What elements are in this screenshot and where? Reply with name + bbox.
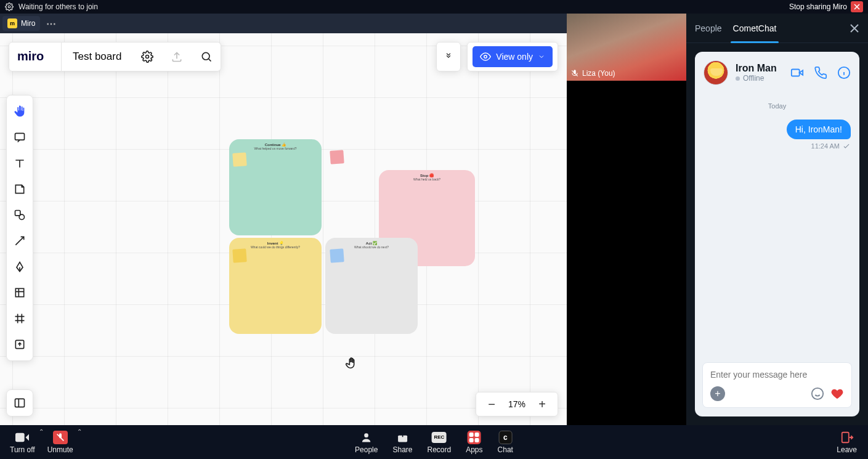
info-button[interactable] xyxy=(837,66,851,79)
record-button[interactable]: REC Record xyxy=(428,431,452,454)
zoom-in-button[interactable]: + xyxy=(537,399,548,410)
message-outgoing: Hi, IronMan! 11:24 AM xyxy=(704,120,851,150)
stop-sharing-link[interactable]: Stop sharing Miro xyxy=(789,2,847,11)
sticky-gray[interactable]: Act ✅ What should we do next? xyxy=(325,238,418,334)
video-call-button[interactable] xyxy=(790,66,804,79)
camera-toggle-button[interactable]: Turn off ⌃ xyxy=(10,431,35,454)
text-tool[interactable] xyxy=(7,151,32,176)
tab-miro[interactable]: m Miro xyxy=(2,16,40,31)
apps-button[interactable]: Apps xyxy=(466,431,482,454)
pen-tool[interactable] xyxy=(7,254,32,279)
tab-cometchat[interactable]: CometChat xyxy=(733,14,777,43)
upload-tool[interactable] xyxy=(7,332,32,357)
camera-icon xyxy=(15,431,30,444)
hand-cursor-icon xyxy=(345,356,359,370)
message-bubble[interactable]: Hi, IronMan! xyxy=(787,120,851,139)
people-icon xyxy=(359,431,374,444)
zoom-level-label[interactable]: 17% xyxy=(508,399,525,409)
board-name[interactable]: Test board xyxy=(62,42,132,71)
settings-button[interactable] xyxy=(132,42,162,71)
tool-palette xyxy=(6,95,33,361)
emoji-button[interactable] xyxy=(811,387,824,400)
chat-button[interactable]: c Chat xyxy=(498,431,513,454)
svg-rect-11 xyxy=(792,70,800,76)
arrow-tool[interactable] xyxy=(7,229,32,253)
view-only-label: View only xyxy=(496,52,533,62)
contact-name: Iron Man xyxy=(736,63,777,74)
pan-tool[interactable] xyxy=(7,99,32,124)
gear-icon xyxy=(5,2,14,11)
chat-panel-tabs: People CometChat xyxy=(686,14,868,43)
chat-input-area: + xyxy=(695,356,859,416)
leave-button[interactable]: Leave xyxy=(837,431,857,454)
view-only-button[interactable]: View only xyxy=(473,46,553,67)
share-icon xyxy=(395,431,410,444)
sticky-yellow[interactable]: Invent 💡 What could we do things differe… xyxy=(229,238,322,334)
sticky-green[interactable]: Continue 👍 What helped us move forward? xyxy=(229,139,322,235)
miro-canvas[interactable]: miro Test board View only xyxy=(0,33,567,425)
message-input[interactable] xyxy=(710,370,844,380)
grid-tool[interactable] xyxy=(7,306,32,331)
audio-call-button[interactable] xyxy=(814,66,827,79)
message-meta: 11:24 AM xyxy=(811,142,851,150)
people-button[interactable]: People xyxy=(355,431,378,454)
chevron-down-icon xyxy=(538,53,545,60)
status-dot-icon xyxy=(736,76,740,81)
share-button[interactable]: Share xyxy=(392,431,412,454)
svg-rect-5 xyxy=(15,133,25,140)
chat-input-box[interactable]: + xyxy=(702,362,852,408)
minimap-toggle[interactable] xyxy=(6,389,33,416)
tab-people[interactable]: People xyxy=(695,14,722,43)
waiting-text: Waiting for others to join xyxy=(18,2,98,11)
sticky-gray-title: Act ✅ xyxy=(325,238,418,245)
frame-tool[interactable] xyxy=(7,280,32,305)
svg-rect-10 xyxy=(15,399,25,407)
chat-conversation-card: Iron Man Offline Today Hi, IronMan! 11:2… xyxy=(695,52,859,416)
chat-date-separator: Today xyxy=(704,102,851,110)
svg-point-2 xyxy=(146,55,149,59)
self-video-tile[interactable]: Liza (You) xyxy=(567,14,686,81)
miro-logo[interactable]: miro xyxy=(9,42,62,71)
collapse-header-button[interactable] xyxy=(436,42,461,71)
chat-header: Iron Man Offline xyxy=(695,52,859,94)
attach-button[interactable]: + xyxy=(710,386,725,401)
mic-muted-icon xyxy=(570,69,579,78)
mic-chevron-icon[interactable]: ⌃ xyxy=(77,428,82,435)
delivered-check-icon xyxy=(842,142,851,150)
mini-sticky-yellow-1[interactable] xyxy=(232,152,246,166)
shape-tool[interactable] xyxy=(7,203,32,227)
chat-icon: c xyxy=(498,431,513,444)
tab-overflow-button[interactable]: ⋯ xyxy=(43,18,60,30)
svg-point-7 xyxy=(19,214,24,219)
svg-text:miro: miro xyxy=(17,50,44,63)
comment-tool[interactable] xyxy=(7,125,32,150)
chat-panel: People CometChat Iron Man Offline Today xyxy=(686,14,868,425)
eye-icon xyxy=(480,51,491,62)
svg-rect-6 xyxy=(15,211,20,216)
svg-rect-17 xyxy=(842,432,848,442)
mic-toggle-button[interactable]: Unmute ⌃ xyxy=(47,431,73,454)
heart-reaction-button[interactable] xyxy=(830,387,844,400)
zoom-control: − 17% + xyxy=(476,392,558,416)
svg-point-13 xyxy=(812,388,823,399)
export-button[interactable] xyxy=(162,42,192,71)
close-panel-button[interactable] xyxy=(850,23,859,33)
svg-point-4 xyxy=(484,55,487,59)
camera-chevron-icon[interactable]: ⌃ xyxy=(39,428,44,435)
sticky-note-tool[interactable] xyxy=(7,177,32,201)
leave-icon xyxy=(840,431,854,444)
record-icon: REC xyxy=(432,431,447,444)
mini-sticky-yellow-2[interactable] xyxy=(232,248,246,262)
sticky-yellow-title: Invent 💡 xyxy=(229,238,322,245)
tab-title: Miro xyxy=(21,19,35,28)
mini-sticky-blue[interactable] xyxy=(330,248,344,262)
sticky-pink-sub: What held us back? xyxy=(379,177,475,181)
svg-rect-8 xyxy=(15,288,23,296)
close-sharing-button[interactable] xyxy=(851,1,863,12)
mini-sticky-pink[interactable] xyxy=(330,150,344,164)
search-button[interactable] xyxy=(192,42,221,71)
contact-avatar[interactable] xyxy=(704,60,728,85)
zoom-out-button[interactable]: − xyxy=(486,399,497,410)
call-control-bar: Turn off ⌃ Unmute ⌃ People Share REC Rec… xyxy=(0,425,868,459)
chat-messages[interactable]: Today Hi, IronMan! 11:24 AM xyxy=(695,94,859,356)
